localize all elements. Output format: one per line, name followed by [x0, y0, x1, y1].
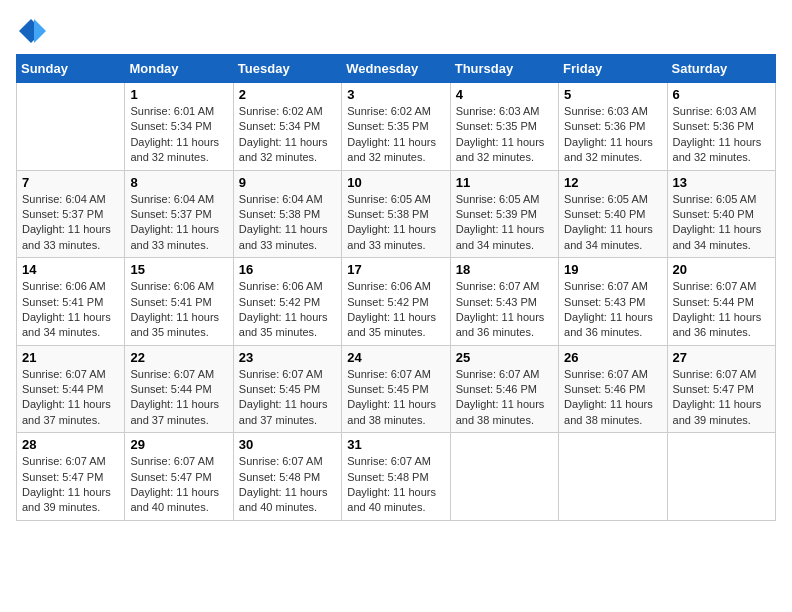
calendar-cell: 15 Sunrise: 6:06 AM Sunset: 5:41 PM Dayl… [125, 258, 233, 346]
calendar-cell: 16 Sunrise: 6:06 AM Sunset: 5:42 PM Dayl… [233, 258, 341, 346]
calendar-cell: 18 Sunrise: 6:07 AM Sunset: 5:43 PM Dayl… [450, 258, 558, 346]
calendar-cell: 7 Sunrise: 6:04 AM Sunset: 5:37 PM Dayli… [17, 170, 125, 258]
calendar-cell: 28 Sunrise: 6:07 AM Sunset: 5:47 PM Dayl… [17, 433, 125, 521]
day-number: 7 [22, 175, 119, 190]
calendar-body: 1 Sunrise: 6:01 AM Sunset: 5:34 PM Dayli… [17, 83, 776, 521]
week-row-4: 21 Sunrise: 6:07 AM Sunset: 5:44 PM Dayl… [17, 345, 776, 433]
day-info: Sunrise: 6:02 AM Sunset: 5:34 PM Dayligh… [239, 104, 336, 166]
day-number: 28 [22, 437, 119, 452]
day-info: Sunrise: 6:07 AM Sunset: 5:47 PM Dayligh… [130, 454, 227, 516]
calendar-cell: 30 Sunrise: 6:07 AM Sunset: 5:48 PM Dayl… [233, 433, 341, 521]
day-number: 14 [22, 262, 119, 277]
day-number: 2 [239, 87, 336, 102]
weekday-header-friday: Friday [559, 55, 667, 83]
day-info: Sunrise: 6:07 AM Sunset: 5:46 PM Dayligh… [456, 367, 553, 429]
day-number: 29 [130, 437, 227, 452]
day-number: 11 [456, 175, 553, 190]
day-info: Sunrise: 6:06 AM Sunset: 5:41 PM Dayligh… [130, 279, 227, 341]
calendar-table: SundayMondayTuesdayWednesdayThursdayFrid… [16, 54, 776, 521]
calendar-cell: 12 Sunrise: 6:05 AM Sunset: 5:40 PM Dayl… [559, 170, 667, 258]
calendar-cell: 9 Sunrise: 6:04 AM Sunset: 5:38 PM Dayli… [233, 170, 341, 258]
weekday-header-tuesday: Tuesday [233, 55, 341, 83]
day-number: 24 [347, 350, 444, 365]
svg-marker-1 [34, 19, 46, 43]
weekday-header-monday: Monday [125, 55, 233, 83]
week-row-5: 28 Sunrise: 6:07 AM Sunset: 5:47 PM Dayl… [17, 433, 776, 521]
day-number: 19 [564, 262, 661, 277]
day-info: Sunrise: 6:06 AM Sunset: 5:42 PM Dayligh… [347, 279, 444, 341]
day-info: Sunrise: 6:07 AM Sunset: 5:44 PM Dayligh… [22, 367, 119, 429]
day-info: Sunrise: 6:06 AM Sunset: 5:42 PM Dayligh… [239, 279, 336, 341]
day-info: Sunrise: 6:05 AM Sunset: 5:40 PM Dayligh… [673, 192, 770, 254]
day-number: 16 [239, 262, 336, 277]
calendar-cell: 19 Sunrise: 6:07 AM Sunset: 5:43 PM Dayl… [559, 258, 667, 346]
calendar-cell: 1 Sunrise: 6:01 AM Sunset: 5:34 PM Dayli… [125, 83, 233, 171]
calendar-cell: 29 Sunrise: 6:07 AM Sunset: 5:47 PM Dayl… [125, 433, 233, 521]
weekday-header-wednesday: Wednesday [342, 55, 450, 83]
calendar-cell: 5 Sunrise: 6:03 AM Sunset: 5:36 PM Dayli… [559, 83, 667, 171]
day-number: 17 [347, 262, 444, 277]
weekday-header-saturday: Saturday [667, 55, 775, 83]
day-number: 23 [239, 350, 336, 365]
calendar-cell [17, 83, 125, 171]
calendar-cell: 4 Sunrise: 6:03 AM Sunset: 5:35 PM Dayli… [450, 83, 558, 171]
calendar-cell: 24 Sunrise: 6:07 AM Sunset: 5:45 PM Dayl… [342, 345, 450, 433]
calendar-cell [450, 433, 558, 521]
calendar-cell: 10 Sunrise: 6:05 AM Sunset: 5:38 PM Dayl… [342, 170, 450, 258]
calendar-cell: 11 Sunrise: 6:05 AM Sunset: 5:39 PM Dayl… [450, 170, 558, 258]
day-info: Sunrise: 6:07 AM Sunset: 5:43 PM Dayligh… [564, 279, 661, 341]
calendar-cell [667, 433, 775, 521]
calendar-cell: 22 Sunrise: 6:07 AM Sunset: 5:44 PM Dayl… [125, 345, 233, 433]
calendar-cell: 20 Sunrise: 6:07 AM Sunset: 5:44 PM Dayl… [667, 258, 775, 346]
calendar-cell: 31 Sunrise: 6:07 AM Sunset: 5:48 PM Dayl… [342, 433, 450, 521]
day-info: Sunrise: 6:07 AM Sunset: 5:47 PM Dayligh… [673, 367, 770, 429]
day-info: Sunrise: 6:07 AM Sunset: 5:48 PM Dayligh… [347, 454, 444, 516]
weekday-header-sunday: Sunday [17, 55, 125, 83]
day-info: Sunrise: 6:07 AM Sunset: 5:44 PM Dayligh… [130, 367, 227, 429]
day-info: Sunrise: 6:02 AM Sunset: 5:35 PM Dayligh… [347, 104, 444, 166]
page-header [16, 16, 776, 46]
day-info: Sunrise: 6:07 AM Sunset: 5:45 PM Dayligh… [347, 367, 444, 429]
day-number: 13 [673, 175, 770, 190]
day-number: 18 [456, 262, 553, 277]
day-number: 8 [130, 175, 227, 190]
day-info: Sunrise: 6:03 AM Sunset: 5:35 PM Dayligh… [456, 104, 553, 166]
day-info: Sunrise: 6:07 AM Sunset: 5:44 PM Dayligh… [673, 279, 770, 341]
weekday-header-thursday: Thursday [450, 55, 558, 83]
day-info: Sunrise: 6:05 AM Sunset: 5:40 PM Dayligh… [564, 192, 661, 254]
calendar-cell: 2 Sunrise: 6:02 AM Sunset: 5:34 PM Dayli… [233, 83, 341, 171]
day-info: Sunrise: 6:06 AM Sunset: 5:41 PM Dayligh… [22, 279, 119, 341]
day-number: 30 [239, 437, 336, 452]
day-info: Sunrise: 6:04 AM Sunset: 5:37 PM Dayligh… [130, 192, 227, 254]
day-number: 20 [673, 262, 770, 277]
day-number: 31 [347, 437, 444, 452]
calendar-cell: 3 Sunrise: 6:02 AM Sunset: 5:35 PM Dayli… [342, 83, 450, 171]
calendar-cell: 26 Sunrise: 6:07 AM Sunset: 5:46 PM Dayl… [559, 345, 667, 433]
calendar-cell: 13 Sunrise: 6:05 AM Sunset: 5:40 PM Dayl… [667, 170, 775, 258]
calendar-cell: 6 Sunrise: 6:03 AM Sunset: 5:36 PM Dayli… [667, 83, 775, 171]
day-info: Sunrise: 6:01 AM Sunset: 5:34 PM Dayligh… [130, 104, 227, 166]
day-number: 5 [564, 87, 661, 102]
day-number: 12 [564, 175, 661, 190]
week-row-2: 7 Sunrise: 6:04 AM Sunset: 5:37 PM Dayli… [17, 170, 776, 258]
week-row-1: 1 Sunrise: 6:01 AM Sunset: 5:34 PM Dayli… [17, 83, 776, 171]
day-info: Sunrise: 6:07 AM Sunset: 5:43 PM Dayligh… [456, 279, 553, 341]
calendar-cell: 27 Sunrise: 6:07 AM Sunset: 5:47 PM Dayl… [667, 345, 775, 433]
calendar-cell [559, 433, 667, 521]
day-number: 15 [130, 262, 227, 277]
day-number: 4 [456, 87, 553, 102]
calendar-cell: 21 Sunrise: 6:07 AM Sunset: 5:44 PM Dayl… [17, 345, 125, 433]
logo [16, 16, 50, 46]
logo-icon [16, 16, 46, 46]
calendar-cell: 14 Sunrise: 6:06 AM Sunset: 5:41 PM Dayl… [17, 258, 125, 346]
day-info: Sunrise: 6:07 AM Sunset: 5:45 PM Dayligh… [239, 367, 336, 429]
day-info: Sunrise: 6:04 AM Sunset: 5:38 PM Dayligh… [239, 192, 336, 254]
day-info: Sunrise: 6:03 AM Sunset: 5:36 PM Dayligh… [564, 104, 661, 166]
day-number: 22 [130, 350, 227, 365]
day-info: Sunrise: 6:07 AM Sunset: 5:46 PM Dayligh… [564, 367, 661, 429]
day-info: Sunrise: 6:07 AM Sunset: 5:48 PM Dayligh… [239, 454, 336, 516]
day-number: 3 [347, 87, 444, 102]
day-info: Sunrise: 6:04 AM Sunset: 5:37 PM Dayligh… [22, 192, 119, 254]
day-number: 21 [22, 350, 119, 365]
day-number: 25 [456, 350, 553, 365]
